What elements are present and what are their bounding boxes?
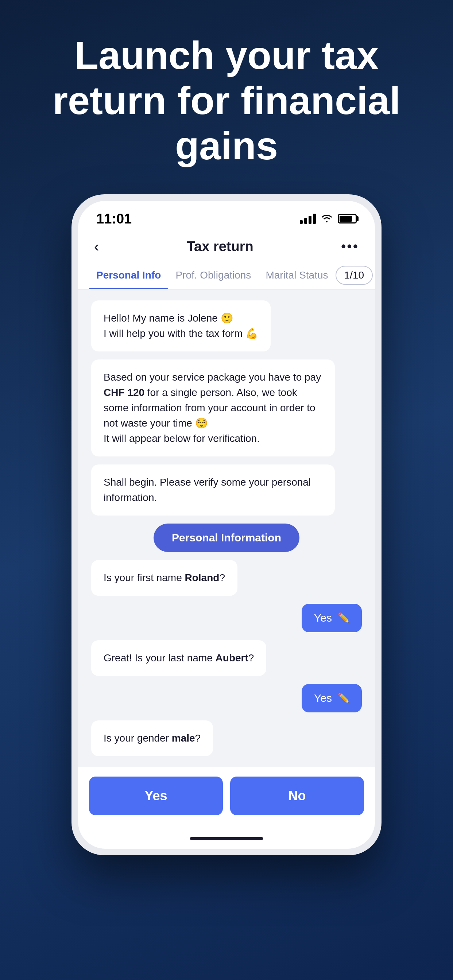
tab-personal-info[interactable]: Personal Info [89, 261, 168, 289]
bottom-actions: Yes No [78, 767, 375, 834]
edit-icon-1[interactable]: ✏️ [338, 612, 349, 624]
nav-title: Tax return [187, 239, 254, 255]
message-package: Based on your service package you have t… [91, 360, 335, 457]
back-button[interactable]: ‹ [94, 239, 99, 255]
more-button[interactable]: ••• [341, 239, 359, 255]
signal-icon [300, 214, 316, 224]
phone-mockup: 11:01 [72, 194, 381, 855]
yes-button[interactable]: Yes [89, 776, 223, 815]
user-response-lastname: Yes ✏️ [301, 684, 362, 713]
battery-icon [338, 214, 357, 223]
status-bar: 11:01 [78, 201, 375, 232]
message-greeting: Hello! My name is Jolene 🙂I will help yo… [91, 301, 271, 352]
no-button[interactable]: No [230, 776, 364, 815]
message-lastname: Great! Is your last name Aubert? [91, 640, 266, 676]
home-bar [190, 837, 263, 840]
edit-icon-2[interactable]: ✏️ [338, 692, 349, 704]
yes-label-2: Yes [314, 692, 332, 705]
message-gender: Is your gender male? [91, 721, 213, 756]
user-response-firstname: Yes ✏️ [301, 604, 362, 632]
hero-title: Launch your tax return for financial gai… [0, 0, 453, 194]
nav-bar: ‹ Tax return ••• [78, 232, 375, 261]
home-indicator [78, 834, 375, 849]
wifi-icon [321, 213, 333, 225]
status-time: 11:01 [96, 211, 132, 227]
personal-information-button[interactable]: Personal Information [153, 523, 300, 552]
step-counter: 1/10 [335, 266, 373, 285]
chat-area: Hello! My name is Jolene 🙂I will help yo… [78, 290, 375, 767]
message-firstname: Is your first name Roland? [91, 560, 238, 596]
tab-marital-status[interactable]: Marital Status [258, 261, 335, 289]
tab-prof-obligations[interactable]: Prof. Obligations [168, 261, 258, 289]
tab-bar: Personal Info Prof. Obligations Marital … [78, 261, 375, 290]
status-icons [300, 213, 357, 225]
yes-label-1: Yes [314, 612, 332, 624]
message-verify: Shall begin. Please verify some your per… [91, 465, 335, 515]
phone-screen: 11:01 [78, 201, 375, 849]
